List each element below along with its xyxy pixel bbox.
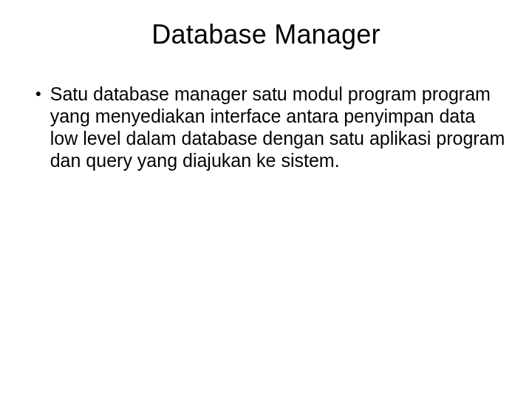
bullet-marker-icon: • xyxy=(35,83,41,105)
bullet-item: • Satu database manager satu modul progr… xyxy=(34,83,505,171)
slide-title: Database Manager xyxy=(27,19,505,50)
slide-body: • Satu database manager satu modul progr… xyxy=(27,83,505,171)
bullet-text: Satu database manager satu modul program… xyxy=(50,83,505,171)
